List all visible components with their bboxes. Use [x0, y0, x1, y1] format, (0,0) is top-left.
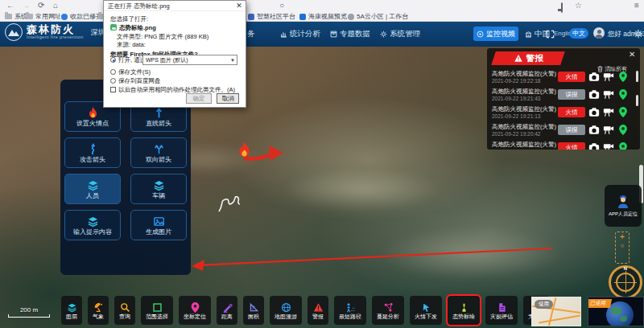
camera-icon[interactable] — [588, 89, 600, 100]
radio-icon[interactable] — [110, 78, 116, 84]
tool-generate-image[interactable]: 生成图片 — [130, 210, 187, 240]
forward-icon[interactable]: → — [22, 0, 30, 11]
camera-icon[interactable] — [588, 107, 600, 117]
alert-tag-fire[interactable]: 火情 — [558, 107, 585, 117]
settings-gear-icon[interactable] — [634, 29, 643, 39]
radio-save-file[interactable]: 保存文件(S) — [110, 68, 151, 76]
tool-vehicle[interactable]: 车辆 — [130, 174, 187, 204]
location-pin-icon[interactable] — [617, 142, 629, 150]
alert-list-item[interactable]: 高炮防火视频监控(火警) 2021-09-22 19:22:18 火情 — [487, 68, 640, 86]
radio-save-label: 保存文件(S) — [118, 68, 151, 76]
toolbar-spread-analysis[interactable]: 蔓延分析 — [372, 296, 404, 325]
cancel-button[interactable]: 取消 — [217, 93, 239, 104]
location-pin-icon[interactable] — [617, 125, 629, 135]
ptz-camera-icon[interactable] — [603, 142, 614, 150]
bookmark-item[interactable]: 系统 — [5, 11, 27, 22]
toolbar-fire-dispatch[interactable]: 火情下发 — [410, 296, 442, 325]
location-pin-icon — [190, 302, 200, 313]
zoom-slider[interactable]: + ○ — [615, 232, 630, 264]
toolbar-weather[interactable]: 气象 — [88, 296, 109, 325]
toolbar-coordinate-locate[interactable]: 坐标定位 — [179, 296, 211, 325]
bookmark-item[interactable]: 常用网址 — [26, 11, 61, 22]
zoom-in-label[interactable]: + — [616, 232, 629, 241]
ok-button[interactable]: 确定 — [186, 93, 212, 104]
location-pin-icon[interactable] — [617, 89, 629, 100]
bookmark-item[interactable]: 智慧社区平台 — [248, 11, 295, 22]
compass-control[interactable]: N — [609, 265, 642, 299]
toolbar-layers[interactable]: 图层 — [61, 296, 82, 325]
scrollbar-thumb[interactable] — [636, 71, 638, 82]
radio-save-netdisk[interactable]: 保存到百度网盘 — [110, 77, 161, 85]
set-square-icon — [249, 302, 259, 313]
toolbar-damage-assessment[interactable]: 灾损评估 — [485, 296, 518, 325]
bookmark-star-icon[interactable]: ☆ — [575, 0, 582, 11]
toolbar-situation-plotting[interactable]: 态势标绘 — [448, 296, 480, 325]
dialog-close-icon[interactable]: ✕ — [233, 1, 246, 11]
camera-icon[interactable] — [588, 142, 600, 150]
location-pin-icon[interactable] — [617, 72, 629, 82]
alert-list-item[interactable]: 高炮防火视频监控(火警) 2021-09-22 19:21:43 误报 — [487, 86, 640, 104]
menu-icon[interactable]: ≡ — [634, 0, 639, 11]
alert-tag-fire[interactable]: 火情 — [558, 142, 585, 150]
fire-marker-icon[interactable] — [237, 141, 251, 158]
toolbar-range-select[interactable]: 范围选择 — [141, 296, 173, 325]
ptz-camera-icon[interactable] — [603, 72, 614, 82]
person-officer-icon — [617, 195, 630, 209]
ptz-camera-icon[interactable] — [603, 89, 614, 100]
zoom-handle[interactable]: ○ — [616, 241, 629, 250]
alert-tag-fire[interactable]: 火情 — [558, 72, 585, 82]
brand: 森林防火 Intelligent fire prevention 深圳 — [5, 23, 105, 41]
toolbar-alert[interactable]: 警报 — [308, 296, 328, 325]
bookmark-item[interactable]: 海康视频预览 — [299, 11, 347, 22]
toolbar-label: 态势标绘 — [452, 314, 475, 320]
alert-tag-false[interactable]: 误报 — [558, 89, 585, 100]
language-zh[interactable]: 中文 — [569, 28, 588, 39]
screen: 200 m ← → ⟳ ⌂ ○ ☆ ≡ 系统 常用网址 收款已修亮-神画 智慧社… — [0, 0, 644, 328]
alert-list-item[interactable]: 高炮防火视频监控(火警) 2021-09-22 19:21:13 火情 — [487, 104, 640, 121]
ptz-camera-icon[interactable] — [603, 107, 614, 117]
toolbar-map-roam[interactable]: 地图漫游 — [270, 296, 302, 325]
fire-icon — [87, 107, 99, 119]
close-icon[interactable]: ✕ — [629, 50, 635, 59]
nav-menu-item-partial[interactable]: 务 — [247, 29, 255, 39]
toolbar-search[interactable]: 查询 — [114, 296, 135, 325]
radio-icon[interactable] — [110, 69, 116, 75]
app-personnel-locator-button[interactable]: APP人员定位 — [605, 185, 642, 227]
back-icon[interactable]: ← — [6, 0, 14, 11]
nav-menu-item-system-management[interactable]: 系统管理 — [380, 29, 420, 39]
address-shield-icon[interactable]: ○ — [279, 0, 284, 11]
alert-list-item[interactable]: 高炮防火视频监控(火警) 2021-09-22 19:20:42 误报 — [487, 121, 640, 139]
home-icon[interactable]: ⌂ — [53, 0, 58, 11]
camera-icon[interactable] — [588, 72, 600, 82]
radio-selected-icon[interactable] — [110, 57, 116, 63]
toolbar-distance[interactable]: 距离 — [217, 296, 237, 325]
archive-box-icon — [330, 31, 337, 38]
terrain-town-patch — [378, 228, 564, 280]
toolbar-area[interactable]: 面积 — [243, 296, 264, 325]
nav-menu-item-statistics[interactable]: 统计分析 — [280, 29, 320, 39]
alert-title: 高炮防火视频监控(火警) — [492, 105, 556, 113]
checkbox-icon[interactable] — [110, 87, 116, 92]
alert-list-item[interactable]: 高炮防火视频监控(火警) 火情 — [487, 139, 640, 150]
tool-double-arrow[interactable]: 双向箭头 — [130, 137, 187, 168]
open-with-select[interactable]: WPS 图片 (默认) ▼ — [142, 55, 237, 65]
scrollbar-thumb[interactable] — [636, 95, 638, 106]
monitor-video-button[interactable]: 监控视频 — [473, 27, 518, 41]
toolbar-label: 面积 — [248, 314, 259, 320]
nav-menu-item-thematic-data[interactable]: 专题数据 — [330, 29, 370, 39]
basemap-2d-tile[interactable]: 使用 — [531, 297, 581, 326]
user-avatar[interactable] — [593, 27, 605, 39]
tool-personnel[interactable]: 人员 — [64, 174, 121, 204]
location-pin-icon[interactable] — [617, 107, 629, 117]
tool-attack-arrow[interactable]: 攻击箭头 — [64, 137, 121, 168]
tool-input-hint-text[interactable]: 输入提示内容 — [64, 210, 121, 240]
camera-icon[interactable] — [588, 125, 600, 135]
dialog-filetype-row: 文件类型: PNG 图片文件 (889 KB) — [117, 33, 208, 41]
toolbar-shortest-path[interactable]: 最短路径 — [334, 296, 366, 325]
basemap-3d-label: 已使用 — [588, 299, 612, 308]
basemap-3d-tile[interactable]: 已使用 — [588, 297, 644, 326]
ptz-camera-icon[interactable] — [603, 125, 614, 135]
bookmark-item[interactable]: 5A云小区 | 工作台 — [348, 11, 408, 22]
reload-icon[interactable]: ⟳ — [38, 0, 44, 11]
alert-tag-false[interactable]: 误报 — [558, 125, 585, 135]
